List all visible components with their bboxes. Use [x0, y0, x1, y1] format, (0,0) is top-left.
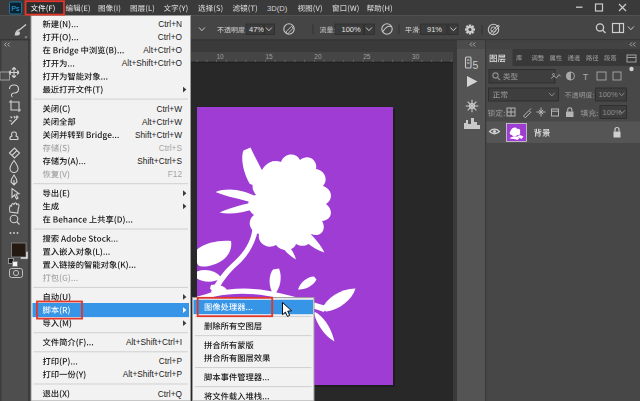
svg-text:91%: 91% [427, 25, 442, 34]
svg-text:3D(D): 3D(D) [267, 4, 288, 13]
svg-text:Alt+Ctrl+O: Alt+Ctrl+O [143, 45, 182, 55]
svg-text:30: 30 [412, 53, 420, 60]
svg-text:Alt+Ctrl+W: Alt+Ctrl+W [142, 117, 182, 127]
svg-text:100%: 100% [603, 108, 623, 117]
svg-text:5: 5 [473, 59, 479, 71]
svg-text:Shift+Ctrl+S: Shift+Ctrl+S [137, 156, 182, 166]
svg-text:100%: 100% [599, 90, 619, 99]
svg-text:20: 20 [314, 53, 322, 60]
svg-text:Ctrl+P: Ctrl+P [159, 356, 183, 366]
svg-text:Ctrl+O: Ctrl+O [158, 32, 183, 42]
svg-text:Alt+Shift+Ctrl+P: Alt+Shift+Ctrl+P [123, 369, 183, 379]
svg-text:T: T [583, 72, 589, 82]
svg-text:100%: 100% [342, 25, 362, 34]
svg-text:Ctrl+S: Ctrl+S [159, 143, 183, 153]
svg-text:25: 25 [363, 53, 371, 60]
svg-text:Ps: Ps [11, 5, 20, 12]
svg-text:Alt+Shift+Ctrl+O: Alt+Shift+Ctrl+O [122, 58, 183, 68]
svg-text:Shift+Ctrl+W: Shift+Ctrl+W [135, 130, 182, 140]
svg-text:47%: 47% [249, 25, 264, 34]
svg-text:F12: F12 [168, 169, 183, 179]
svg-text:Alt+Shift+Ctrl+I: Alt+Shift+Ctrl+I [126, 337, 182, 347]
svg-text:15: 15 [265, 53, 273, 60]
svg-text:10: 10 [217, 53, 225, 60]
svg-text:Ctrl+N: Ctrl+N [158, 19, 182, 29]
svg-text:Ctrl+W: Ctrl+W [156, 104, 182, 114]
svg-text:Ctrl+Q: Ctrl+Q [158, 389, 183, 399]
